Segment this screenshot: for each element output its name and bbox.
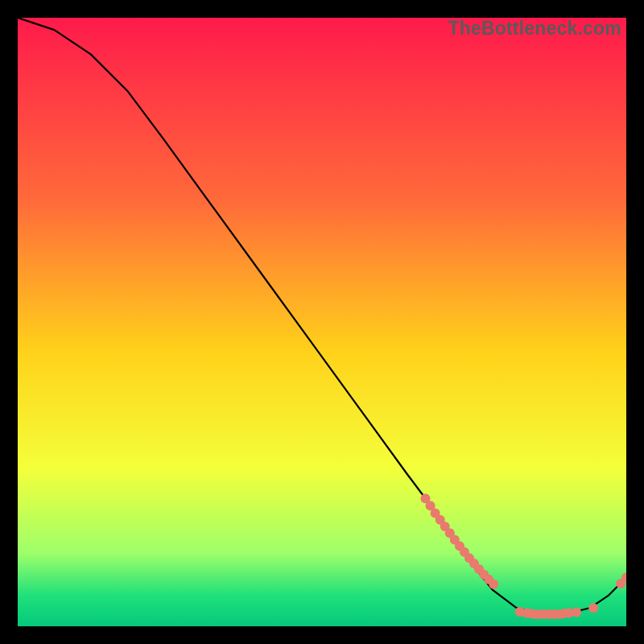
data-marker [572, 608, 581, 617]
gradient-background [18, 18, 626, 626]
plot-area: TheBottleneck.com [18, 18, 626, 626]
watermark-label: TheBottleneck.com [448, 18, 621, 39]
chart-svg [18, 18, 626, 626]
data-marker [588, 603, 598, 613]
chart-stage: TheBottleneck.com [0, 0, 644, 644]
data-marker [489, 580, 498, 589]
